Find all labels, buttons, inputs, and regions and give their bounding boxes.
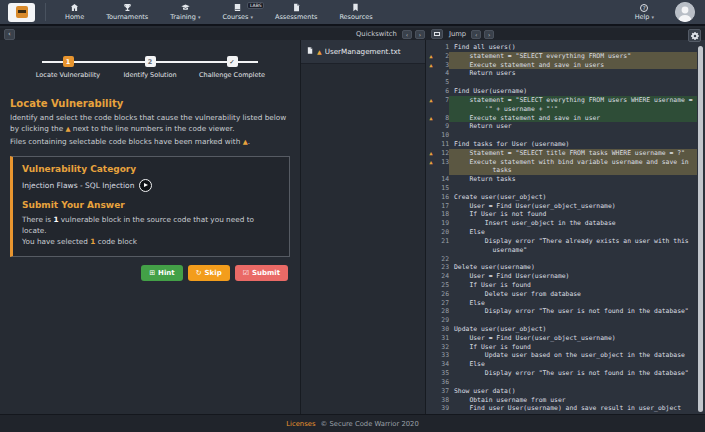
nav-item-label: Home xyxy=(65,13,84,21)
stepper-step: 1Locate Vulnerability xyxy=(28,56,108,79)
step-marker-active[interactable]: 1 xyxy=(63,56,74,67)
line-warning-icon[interactable]: ▲ xyxy=(426,52,436,61)
labs-badge: LABS xyxy=(247,2,264,9)
hint-button[interactable]: ⊞Hint xyxy=(141,265,182,281)
window-toggle-button[interactable] xyxy=(431,29,443,39)
help-icon: ? xyxy=(640,4,648,12)
file-list-panel: ▲UserManagement.txt xyxy=(300,40,426,414)
code-text: Execute statement and save in users xyxy=(449,61,697,70)
code-line: 36 xyxy=(426,378,705,387)
code-text: Show user data() xyxy=(449,387,697,396)
code-line: 16Create user(user_object) xyxy=(426,193,705,202)
line-warning-icon[interactable]: ▲ xyxy=(426,61,436,70)
line-gutter xyxy=(426,281,436,290)
skip-button[interactable]: ↻Skip xyxy=(188,265,230,281)
jump-next-button[interactable]: › xyxy=(484,30,494,39)
line-gutter xyxy=(426,193,436,202)
copyright-text: © Secure Code Warrior 2020 xyxy=(320,420,418,428)
line-gutter xyxy=(426,202,436,211)
code-text: If User is found xyxy=(449,343,697,352)
code-text: Return users xyxy=(449,69,697,78)
line-gutter xyxy=(426,105,436,114)
scw-logo[interactable] xyxy=(8,3,35,22)
code-text xyxy=(449,131,697,140)
step-label: Challenge Complete xyxy=(199,71,265,79)
nav-item-training[interactable]: Training▾ xyxy=(159,0,211,24)
selected-block-count: 1 xyxy=(90,237,95,246)
nav-item-courses[interactable]: Courses▾LABS xyxy=(211,0,264,24)
user-avatar[interactable] xyxy=(675,2,695,22)
quickswitch-next-button[interactable]: › xyxy=(415,30,425,39)
button-label: Submit xyxy=(252,269,280,277)
code-line: 15 xyxy=(426,184,705,193)
line-gutter xyxy=(426,184,436,193)
line-number: 23 xyxy=(436,263,449,272)
jump-prev-button[interactable]: ‹ xyxy=(471,30,481,39)
action-buttons: ⊞Hint↻Skip☑Submit xyxy=(0,265,288,281)
line-gutter xyxy=(426,122,436,131)
line-number: 18 xyxy=(436,210,449,219)
code-line: 4 Return users xyxy=(426,69,705,78)
submit-button[interactable]: ☑Submit xyxy=(235,265,288,281)
code-text xyxy=(449,78,697,87)
nav-item-tournaments[interactable]: Tournaments xyxy=(95,0,159,24)
line-number xyxy=(436,246,449,255)
code-text: Update user based on the user_object in … xyxy=(449,351,697,360)
quickswitch-prev-button[interactable]: ‹ xyxy=(402,30,412,39)
help-label: Help▾ xyxy=(635,13,654,21)
code-text: statement = "SELECT everything FROM user… xyxy=(449,52,697,61)
step-marker-pending[interactable]: 2 xyxy=(145,56,156,67)
line-number: 32 xyxy=(436,343,449,352)
play-video-button[interactable] xyxy=(139,179,152,192)
code-line: 22 xyxy=(426,255,705,264)
licenses-link[interactable]: Licenses xyxy=(286,420,315,428)
button-label: Skip xyxy=(205,269,222,277)
code-line: ▲2 statement = "SELECT everything FROM u… xyxy=(426,52,705,61)
nav-item-label: Resources xyxy=(339,13,372,21)
progress-stepper: 1Locate Vulnerability2Identify Solution✓… xyxy=(28,56,272,86)
line-gutter xyxy=(426,228,436,237)
scw-helmet-icon xyxy=(16,6,28,18)
line-number: 7 xyxy=(436,96,449,105)
line-gutter xyxy=(426,343,436,352)
code-text: '" + username + "'" xyxy=(449,105,697,114)
line-number: 31 xyxy=(436,334,449,343)
category-title: Vulnerability Category xyxy=(22,164,280,174)
step-marker-done[interactable]: ✓ xyxy=(227,56,238,67)
code-text xyxy=(449,378,697,387)
line-gutter xyxy=(426,334,436,343)
mission-instructions-2: Files containing selectable code blocks … xyxy=(10,137,290,148)
nav-item-home[interactable]: Home xyxy=(54,0,95,24)
code-line: 33 Update user based on the user_object … xyxy=(426,351,705,360)
line-warning-icon[interactable]: ▲ xyxy=(426,114,436,123)
gear-icon[interactable] xyxy=(688,29,701,42)
line-gutter xyxy=(426,387,436,396)
line-gutter xyxy=(426,404,436,413)
line-number: 26 xyxy=(436,290,449,299)
code-text: Else xyxy=(449,360,697,369)
code-viewer: 1Find all users()▲2 statement = "SELECT … xyxy=(426,40,705,414)
nav-item-resources[interactable]: Resources xyxy=(328,0,383,24)
code-text: Display error "There already exists an u… xyxy=(449,237,697,246)
code-scrollbar[interactable] xyxy=(698,46,703,412)
line-number: 24 xyxy=(436,272,449,281)
top-nav: HomeTournamentsTraining▾Courses▾LABSAsse… xyxy=(0,0,705,26)
home-icon xyxy=(70,3,79,12)
file-warning-icon: ▲ xyxy=(317,48,322,55)
answer-instruction-line: There is 1 vulnerable block in the sourc… xyxy=(22,214,280,237)
code-text: username" xyxy=(449,246,697,255)
nav-item-assessments[interactable]: Assessments xyxy=(264,0,328,24)
file-item[interactable]: ▲UserManagement.txt xyxy=(301,40,425,64)
collapse-panel-button[interactable]: ‹ xyxy=(4,29,15,40)
line-number: 39 xyxy=(436,404,449,413)
code-line: 23Delete user(username) xyxy=(426,263,705,272)
line-warning-icon[interactable]: ▲ xyxy=(426,149,436,158)
line-warning-icon[interactable]: ▲ xyxy=(426,96,436,105)
code-line: 14 Return tasks xyxy=(426,175,705,184)
code-line: 27 Else xyxy=(426,299,705,308)
line-gutter xyxy=(426,175,436,184)
file-name: UserManagement.txt xyxy=(325,47,401,56)
line-warning-icon[interactable]: ▲ xyxy=(426,158,436,167)
code-text: tasks xyxy=(449,166,697,175)
help-menu[interactable]: ? Help▾ xyxy=(624,0,665,24)
